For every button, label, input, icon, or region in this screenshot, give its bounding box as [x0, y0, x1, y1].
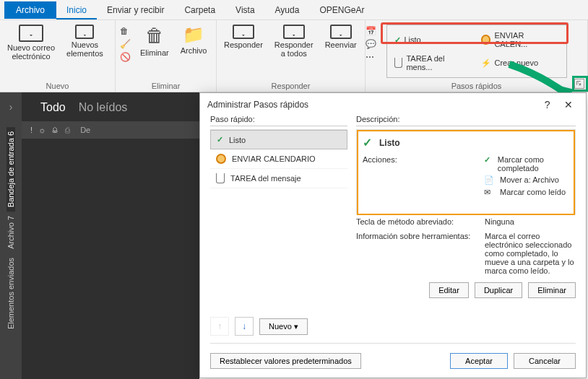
action-row-2: ✉Marcar como leído: [484, 188, 569, 197]
right-panel-label: Descripción:: [356, 115, 576, 126]
tooltip-label: Información sobre herramientas:: [356, 232, 485, 275]
quickstep-row-2[interactable]: TAREA del mensaje: [210, 169, 347, 188]
menu-enviar-y-recibir[interactable]: Enviar y recibir: [97, 1, 174, 19]
new-mail-button[interactable]: Nuevo correo electrónico: [4, 23, 58, 62]
sidebar-tab-1[interactable]: Archivo 7: [7, 212, 15, 253]
menu-archivo[interactable]: Archivo: [4, 1, 56, 19]
forward-button[interactable]: Reenviar: [322, 23, 360, 51]
label: Nuevo correo electrónico: [7, 43, 55, 61]
quickstep-row-0[interactable]: ✓Listo: [210, 130, 347, 149]
label: Reenviar: [325, 40, 357, 49]
check-icon: ✓: [363, 136, 372, 149]
menu-opengear[interactable]: OPENGeAr: [309, 1, 374, 19]
quickstep-crear-nuevo[interactable]: ⚡ Crear nuevo: [477, 51, 563, 74]
label: Nuevos elementos: [66, 40, 103, 58]
move-up-button[interactable]: ↑: [210, 317, 229, 336]
dialog-title-text: Administrar Pasos rápidos: [207, 100, 308, 110]
label: Listo: [405, 35, 421, 44]
label: TAREA del mens...: [406, 54, 472, 71]
menu-inicio[interactable]: Inicio: [56, 1, 97, 19]
folder-sidebar: › Bandeja de entrada 6Archivo 7Elementos…: [0, 92, 22, 379]
new-items-button[interactable]: Nuevos elementos: [64, 23, 106, 59]
quickstep-listo[interactable]: ✓ Listo: [390, 28, 477, 51]
menu-bar: ArchivoInicioEnviar y recibirCarpetaVist…: [0, 0, 588, 20]
group-label: Eliminar: [120, 80, 212, 90]
clipboard-icon: [394, 58, 403, 68]
cleanup-icon[interactable]: 🧹: [120, 39, 131, 51]
ignore-icon[interactable]: 🗑: [120, 26, 131, 38]
move-down-button[interactable]: ↓: [235, 317, 254, 336]
annotation-green-box: [572, 76, 588, 92]
manage-quicksteps-dialog: Administrar Pasos rápidos ? ✕ Paso rápid…: [199, 92, 587, 378]
quicksteps-gallery[interactable]: ✓ Listo ENVIAR CALEN... TAREA del mens..…: [386, 25, 567, 78]
reply-button[interactable]: Responder: [221, 23, 266, 51]
sidebar-tab-2[interactable]: Elementos enviados: [7, 253, 15, 334]
menu-vista[interactable]: Vista: [225, 1, 264, 19]
sidebar-tab-0[interactable]: Bandeja de entrada 6: [7, 127, 15, 212]
archive-icon: 📁: [183, 25, 204, 45]
filter-all[interactable]: Todo: [40, 101, 66, 114]
delete-step-button[interactable]: Eliminar: [528, 282, 576, 298]
cancel-button[interactable]: Cancelar: [514, 353, 576, 369]
clock-icon: [481, 35, 491, 45]
duplicate-button[interactable]: Duplicar: [475, 282, 522, 298]
mail-list-header: ! ☼ 🕭 ⎙ De: [22, 121, 199, 139]
shortcut-value: Ninguna: [485, 217, 576, 226]
help-button[interactable]: ?: [539, 96, 556, 113]
mini-actions: 🗑 🧹 🚫: [120, 23, 131, 64]
quickstep-list: ✓ListoENVIAR CALENDARIOTAREA del mensaje: [210, 129, 347, 188]
group-label: Nuevo: [4, 80, 111, 90]
check-icon: ✓: [394, 35, 401, 45]
label: Responder: [224, 40, 263, 49]
delete-button[interactable]: 🗑 Eliminar: [137, 23, 172, 58]
label: ENVIAR CALEN...: [494, 31, 558, 48]
desc-title: Listo: [379, 138, 400, 148]
filter-unread[interactable]: No leídos: [79, 101, 128, 114]
mail-list-pane: Todo No leídos ! ☼ 🕭 ⎙ De: [22, 92, 199, 379]
ok-button[interactable]: Aceptar: [450, 353, 508, 369]
action-row-1: 📄Mover a: Archivo: [484, 175, 569, 185]
tooltip-value: Marca el correo electrónico seleccionado…: [485, 232, 576, 275]
attachment-icon[interactable]: ⎙: [65, 126, 70, 134]
dialog-titlebar: Administrar Pasos rápidos ? ✕: [200, 93, 586, 115]
action-row-0: ✓Marcar como completado: [484, 155, 569, 173]
group-label: Pasos rápidos: [370, 80, 583, 90]
blue-accent-bar: [22, 92, 35, 379]
ribbon: Nuevo correo electrónico Nuevos elemento…: [0, 20, 588, 92]
label: Responder a todos: [274, 40, 314, 58]
junk-icon[interactable]: 🚫: [120, 52, 131, 64]
envelope-icon: [19, 25, 43, 42]
reminder-icon[interactable]: 🕭: [51, 126, 59, 134]
reply-icon: [233, 25, 254, 39]
quickstep-row-1[interactable]: ENVIAR CALENDARIO: [210, 149, 347, 169]
close-button[interactable]: ✕: [558, 96, 579, 113]
label: Archivo: [181, 46, 207, 55]
from-label[interactable]: De: [80, 126, 90, 134]
sun-icon[interactable]: ☼: [38, 126, 46, 134]
shortcut-label: Tecla de método abreviado:: [356, 217, 485, 226]
expand-icon[interactable]: ›: [9, 101, 13, 113]
mail-filter-tabs: Todo No leídos: [22, 92, 199, 121]
trash-icon: 🗑: [145, 25, 164, 47]
actions-label: Acciones:: [363, 155, 484, 200]
new-step-button[interactable]: Nuevo ▾: [259, 318, 308, 335]
left-panel-label: Paso rápido:: [210, 115, 347, 126]
edit-button[interactable]: Editar: [429, 282, 469, 298]
menu-ayuda[interactable]: Ayuda: [265, 1, 310, 19]
stack-icon: [75, 25, 94, 39]
quickstep-tarea[interactable]: TAREA del mens...: [390, 51, 477, 74]
label: Eliminar: [140, 48, 169, 57]
archive-button[interactable]: 📁 Archivo: [178, 23, 210, 56]
reply-all-icon: [283, 25, 305, 39]
menu-carpeta[interactable]: Carpeta: [174, 1, 225, 19]
reply-all-button[interactable]: Responder a todos: [272, 23, 316, 59]
label: Crear nuevo: [495, 58, 539, 67]
quickstep-enviar-calendario[interactable]: ENVIAR CALEN...: [477, 28, 563, 51]
description-box: ✓ Listo Acciones: ✓Marcar como completad…: [356, 129, 576, 214]
group-label: Responder: [221, 80, 360, 90]
bolt-icon: ⚡: [481, 58, 491, 68]
reset-defaults-button[interactable]: Restablecer valores predeterminados: [210, 353, 361, 369]
forward-icon: [330, 25, 352, 39]
